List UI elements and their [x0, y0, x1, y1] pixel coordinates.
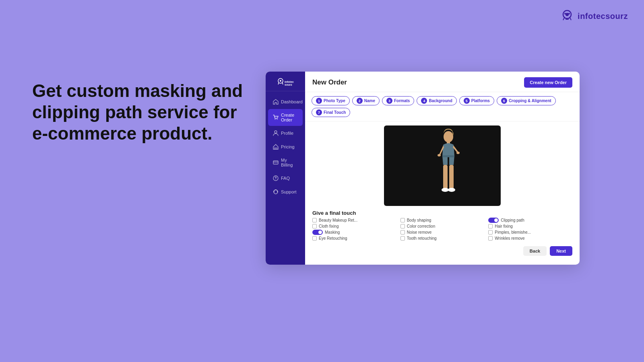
svg-point-1 [566, 13, 569, 16]
svg-point-13 [275, 119, 276, 120]
cloth-fixing-label: Cloth fixing [319, 224, 339, 228]
sidebar-item-pricing-label: Pricing [281, 144, 295, 149]
step-5[interactable]: 5 Platforms [459, 96, 494, 105]
svg-point-24 [444, 131, 453, 142]
masking-toggle[interactable] [312, 230, 323, 235]
svg-point-26 [438, 154, 441, 156]
option-eye-retouching[interactable]: Eye Retouching [312, 236, 396, 241]
billing-icon [273, 160, 279, 165]
sidebar-item-pricing[interactable]: Pricing [268, 140, 303, 153]
eye-retouching-label: Eye Retouching [319, 236, 347, 241]
option-hair-fixing[interactable]: Hair fixing [488, 224, 572, 228]
clipping-path-toggle[interactable] [488, 218, 499, 223]
svg-rect-6 [566, 19, 569, 20]
eye-retouching-checkbox[interactable] [312, 236, 317, 241]
step-4[interactable]: 4 Background [417, 96, 456, 105]
option-color-correction[interactable]: Color correction [400, 224, 485, 228]
sidebar-item-support[interactable]: Support [268, 185, 303, 198]
model-svg [418, 125, 466, 206]
step-7[interactable]: 7 Final Touch [312, 108, 350, 117]
create-new-order-button[interactable]: Create new Order [524, 77, 572, 88]
option-masking[interactable]: Masking [312, 230, 396, 235]
sidebar-item-dashboard-label: Dashboard [281, 99, 303, 104]
sidebar-logo: infotec sourz [266, 72, 305, 91]
support-icon [273, 189, 279, 195]
sidebar-item-create-order-label: Create Order [281, 113, 298, 122]
pricing-icon [273, 144, 279, 150]
page-title: New Order [312, 78, 347, 86]
option-tooth-retouching[interactable]: Tooth retouching [400, 236, 485, 241]
sidebar-item-faq[interactable]: FAQ [268, 172, 303, 185]
beauty-makeup-label: Beauty Makeup Ret... [319, 218, 357, 222]
svg-text:infotec: infotec [285, 80, 294, 83]
svg-rect-30 [449, 165, 454, 189]
option-clipping-path[interactable]: Clipping path [488, 218, 572, 223]
steps-bar: 1 Photo Type 2 Name 3 Formats 4 Backgrou… [305, 92, 580, 121]
pimples-label: Pimples, blemishe... [495, 230, 530, 234]
step-2[interactable]: 2 Name [352, 96, 380, 105]
step-6[interactable]: 6 Cropping & Alignment [497, 96, 556, 105]
noise-remove-label: Noise remove [407, 230, 432, 234]
beauty-makeup-checkbox[interactable] [312, 218, 317, 222]
tooth-retouching-checkbox[interactable] [400, 236, 405, 241]
option-beauty-makeup[interactable]: Beauty Makeup Ret... [312, 218, 396, 223]
checkboxes-grid: Beauty Makeup Ret... Body shaping Clippi… [312, 218, 572, 241]
svg-rect-28 [442, 155, 454, 157]
body-shaping-checkbox[interactable] [400, 218, 405, 222]
action-row: Back Next [312, 246, 572, 256]
final-touch-label: Give a final touch [312, 210, 572, 216]
svg-point-27 [456, 152, 460, 154]
home-icon [273, 99, 279, 105]
sidebar-item-faq-label: FAQ [281, 176, 290, 181]
svg-point-15 [275, 131, 277, 133]
sidebar-item-profile-label: Profile [281, 131, 293, 136]
headline: Get custom masking and clipping path ser… [32, 80, 243, 144]
pimples-checkbox[interactable] [488, 230, 493, 234]
color-correction-checkbox[interactable] [400, 224, 405, 228]
option-cloth-fixing[interactable]: Cloth fixing [312, 224, 396, 228]
cart-icon [273, 115, 279, 120]
noise-remove-checkbox[interactable] [400, 230, 405, 234]
color-correction-label: Color correction [407, 224, 436, 228]
svg-point-14 [277, 119, 278, 120]
svg-line-9 [278, 82, 279, 84]
option-wrinkles-remove[interactable]: Wrinkles remove [488, 236, 572, 241]
final-touch-section: Give a final touch Beauty Makeup Ret... … [312, 210, 572, 241]
logo-icon [560, 9, 574, 23]
svg-text:sourz: sourz [285, 83, 292, 86]
sidebar-item-dashboard[interactable]: Dashboard [268, 95, 303, 108]
step-3[interactable]: 3 Formats [382, 96, 414, 105]
sidebar-item-billing-label: My Billing [281, 158, 298, 167]
sidebar: infotec sourz Dashboard Create Order [266, 72, 305, 265]
svg-point-8 [280, 80, 281, 82]
back-button[interactable]: Back [523, 246, 547, 256]
profile-icon [273, 130, 279, 136]
hair-fixing-label: Hair fixing [495, 224, 512, 228]
wrinkles-remove-checkbox[interactable] [488, 236, 493, 241]
step-1[interactable]: 1 Photo Type [312, 96, 350, 105]
faq-icon [273, 175, 279, 181]
app-window: infotec sourz Dashboard Create Order [266, 72, 580, 265]
main-body: Give a final touch Beauty Makeup Ret... … [305, 121, 580, 265]
logo-text: infotecsourz [578, 12, 628, 21]
sidebar-item-support-label: Support [281, 189, 297, 194]
sidebar-item-create-order[interactable]: Create Order [268, 109, 303, 126]
model-figure [384, 125, 501, 206]
body-shaping-label: Body shaping [407, 218, 431, 222]
next-button[interactable]: Next [550, 246, 572, 256]
wrinkles-remove-label: Wrinkles remove [495, 236, 524, 241]
svg-point-22 [275, 179, 276, 179]
hair-fixing-checkbox[interactable] [488, 224, 493, 228]
sidebar-logo-icon: infotec sourz [276, 77, 295, 86]
sidebar-item-profile[interactable]: Profile [268, 127, 303, 140]
option-noise-remove[interactable]: Noise remove [400, 230, 485, 235]
svg-line-10 [282, 82, 283, 84]
cloth-fixing-checkbox[interactable] [312, 224, 317, 228]
sidebar-navigation: Dashboard Create Order Profile [266, 91, 305, 202]
masking-label: Masking [325, 230, 340, 234]
option-pimples[interactable]: Pimples, blemishe... [488, 230, 572, 235]
sidebar-item-billing[interactable]: My Billing [268, 154, 303, 171]
svg-point-32 [448, 188, 455, 192]
option-body-shaping[interactable]: Body shaping [400, 218, 485, 223]
top-logo: infotecsourz [560, 9, 628, 23]
